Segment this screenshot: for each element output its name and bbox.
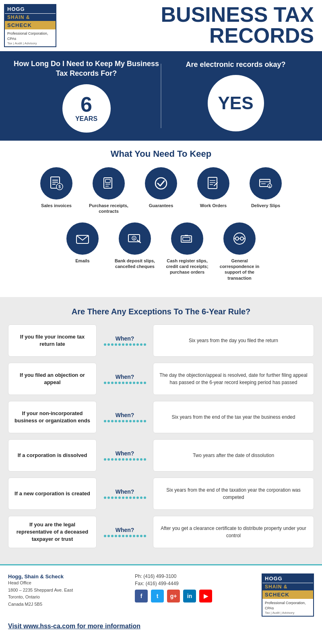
icon-guarantees: Guarantees bbox=[139, 167, 183, 214]
svg-rect-11 bbox=[208, 177, 217, 189]
sales-invoices-icon: $ bbox=[40, 167, 72, 199]
icon-general-correspondence: General correspondence in support of the… bbox=[217, 222, 262, 281]
footer: Hogg, Shain & Scheck Head Office 1800 – … bbox=[0, 564, 322, 634]
footer-visit-link[interactable]: Visit www.hss-ca.com for more informatio… bbox=[8, 623, 314, 630]
icon-sales-invoices: $ Sales invoices bbox=[34, 167, 78, 214]
footer-address: Hogg, Shain & Scheck Head Office 1800 – … bbox=[8, 573, 127, 608]
what-section: What You Need To Keep $ Sales invoices P… bbox=[0, 141, 322, 297]
delivery-slips-icon: $ bbox=[250, 167, 282, 199]
when-label-5: When? bbox=[116, 488, 134, 495]
footer-logo-sub: Professional Corporation, CPAs Tax | Aud… bbox=[262, 599, 313, 616]
dots-line-6 bbox=[104, 535, 146, 537]
exception-when-1: When? bbox=[101, 335, 149, 346]
exception-answer-3: Six years from the end of the tax year t… bbox=[153, 401, 314, 433]
icon-purchase-receipts: Purchase receipts, contracts bbox=[87, 167, 131, 214]
exception-when-3: When? bbox=[101, 412, 149, 422]
years-circle: 6 YEARS bbox=[62, 84, 111, 133]
when-label-6: When? bbox=[116, 527, 134, 533]
exception-condition-5: If a new corporation is created bbox=[8, 478, 97, 510]
exception-when-6: When? bbox=[101, 527, 149, 537]
exception-answer-1: Six years from the day you filed the ret… bbox=[153, 324, 314, 357]
general-correspondence-icon bbox=[223, 222, 256, 255]
icon-work-orders: Work Orders bbox=[191, 167, 235, 214]
icon-emails: Emails bbox=[60, 222, 105, 281]
svg-line-16 bbox=[217, 183, 217, 183]
what-heading: What You Need To Keep bbox=[6, 149, 316, 159]
guarantees-label: Guarantees bbox=[149, 203, 173, 208]
dots-line-1 bbox=[104, 343, 146, 346]
banner-question2: Are electronic records okay? YES bbox=[161, 60, 310, 131]
emails-label: Emails bbox=[75, 258, 89, 264]
svg-rect-7 bbox=[105, 179, 110, 183]
page-title: BUSINESS TAX RECORDS bbox=[56, 4, 314, 46]
dots-line-3 bbox=[104, 420, 146, 422]
when-label-3: When? bbox=[116, 412, 134, 418]
bank-deposit-label: Bank deposit slips, cancelled cheques bbox=[113, 258, 157, 270]
footer-company-name: Hogg, Shain & Scheck bbox=[8, 573, 127, 580]
delivery-slips-label: Delivery Slips bbox=[251, 203, 280, 208]
exception-condition-3: If your non-incorporated business or org… bbox=[8, 401, 97, 433]
bank-deposit-icon: $ bbox=[119, 222, 151, 255]
when-label-1: When? bbox=[116, 335, 134, 342]
svg-point-33 bbox=[235, 237, 239, 240]
exceptions-section: Are There Any Exceptions To The 6-Year R… bbox=[0, 297, 322, 564]
footer-logo-line3: SCHECK bbox=[262, 590, 313, 599]
social-icons: f t g+ in ▶ bbox=[135, 590, 254, 602]
facebook-icon[interactable]: f bbox=[135, 590, 148, 602]
svg-text:$: $ bbox=[58, 185, 61, 189]
exception-condition-1: If you file your income tax return late bbox=[8, 324, 97, 357]
exception-condition-6: If you are the legal representative of a… bbox=[8, 516, 97, 548]
emails-icon bbox=[66, 222, 99, 255]
banner-question1: How Long Do I Need to Keep My Business T… bbox=[12, 59, 161, 133]
exception-row-6: If you are the legal representative of a… bbox=[8, 516, 314, 548]
footer-contact: Ph: (416) 499-3100 Fax: (416) 499-4449 f… bbox=[135, 573, 254, 602]
icons-row-2: Emails $ Bank deposit slips, cancelled c… bbox=[6, 222, 316, 281]
footer-address-line4: Canada M2J 5B5 bbox=[8, 601, 127, 608]
yes-circle-container: YES bbox=[161, 75, 310, 131]
blue-banner: How Long Do I Need to Keep My Business T… bbox=[0, 51, 322, 141]
icon-bank-deposit: $ Bank deposit slips, cancelled cheques bbox=[113, 222, 157, 281]
logo-sub: Professional Corporation, CPAs Tax | Aud… bbox=[5, 29, 56, 46]
sales-invoices-label: Sales invoices bbox=[41, 203, 72, 208]
logo-line2: SHAIN & bbox=[5, 13, 56, 21]
twitter-icon[interactable]: t bbox=[151, 590, 164, 602]
svg-point-10 bbox=[155, 178, 167, 189]
exception-row-3: If your non-incorporated business or org… bbox=[8, 401, 314, 433]
footer-address-line2: 1800 – 2235 Sheppard Ave. East bbox=[8, 587, 127, 594]
svg-point-34 bbox=[240, 237, 244, 240]
linkedin-icon[interactable]: in bbox=[183, 590, 196, 602]
when-label-2: When? bbox=[116, 374, 134, 380]
purchase-receipts-icon bbox=[93, 167, 125, 199]
footer-logo: HOGG SHAIN & SCHECK Professional Corpora… bbox=[262, 573, 314, 617]
company-logo: HOGG SHAIN & SCHECK Professional Corpora… bbox=[4, 4, 56, 47]
exception-answer-4: Two years after the date of dissolution bbox=[153, 439, 314, 472]
footer-logo-line2: SHAIN & bbox=[262, 583, 313, 590]
icon-cash-register: Cash register slips, credit card receipt… bbox=[165, 222, 209, 281]
google-plus-icon[interactable]: g+ bbox=[167, 590, 180, 602]
exception-condition-4: If a corporation is dissolved bbox=[8, 439, 97, 472]
work-orders-icon bbox=[197, 167, 229, 199]
exception-answer-5: Six years from the end of the taxation y… bbox=[153, 478, 314, 510]
icons-row-1: $ Sales invoices Purchase receipts, cont… bbox=[6, 167, 316, 214]
yes-circle: YES bbox=[208, 75, 264, 131]
exception-row-5: If a new corporation is created When? Si… bbox=[8, 478, 314, 510]
exception-when-4: When? bbox=[101, 450, 149, 461]
exception-row-1: If you file your income tax return late … bbox=[8, 324, 314, 357]
svg-line-15 bbox=[214, 183, 217, 186]
cash-register-label: Cash register slips, credit card receipt… bbox=[165, 258, 209, 275]
general-correspondence-label: General correspondence in support of the… bbox=[217, 258, 262, 281]
exception-condition-2: If you filed an objection or appeal bbox=[8, 363, 97, 395]
dots-line-5 bbox=[104, 497, 146, 499]
footer-fax: Fax: (416) 499-4449 bbox=[135, 581, 254, 586]
cash-register-icon bbox=[171, 222, 203, 255]
youtube-icon[interactable]: ▶ bbox=[199, 590, 212, 602]
exception-when-2: When? bbox=[101, 374, 149, 384]
work-orders-label: Work Orders bbox=[200, 203, 227, 208]
svg-rect-28 bbox=[183, 237, 190, 241]
exception-row-2: If you filed an objection or appeal When… bbox=[8, 363, 314, 395]
when-label-4: When? bbox=[116, 450, 134, 457]
purchase-receipts-label: Purchase receipts, contracts bbox=[87, 203, 131, 214]
page-title-box: BUSINESS TAX RECORDS bbox=[56, 4, 316, 46]
svg-text:$: $ bbox=[269, 185, 271, 188]
footer-phone: Ph: (416) 499-3100 bbox=[135, 573, 254, 579]
